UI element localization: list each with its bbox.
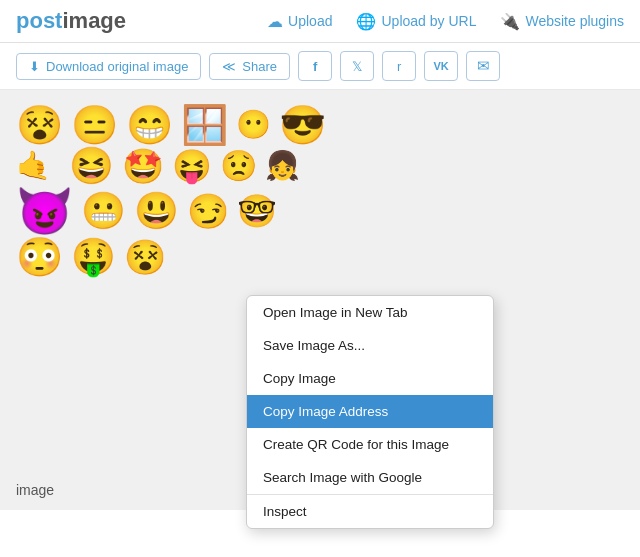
twitter-icon: 𝕏 xyxy=(352,59,362,74)
context-menu-search-google[interactable]: Search Image with Google xyxy=(247,461,493,494)
nav-upload-by-url[interactable]: 🌐 Upload by URL xyxy=(356,12,476,31)
share-icon: ≪ xyxy=(222,59,236,74)
nav-upload[interactable]: ☁ Upload xyxy=(267,12,332,31)
share-label: Share xyxy=(242,59,277,74)
emoji-10: 😝 xyxy=(172,150,212,182)
context-menu: Open Image in New Tab Save Image As... C… xyxy=(246,295,494,529)
facebook-button[interactable]: f xyxy=(298,51,332,81)
emoji-1: 😵 xyxy=(16,106,63,144)
context-menu-copy-image[interactable]: Copy Image xyxy=(247,362,493,395)
emoji-row-1: 😵 😑 😁 🪟 😶 😎 xyxy=(16,106,624,144)
main-area: 😵 😑 😁 🪟 😶 😎 🤙 😆 🤩 😝 😟 👧 😈 😬 😃 😏 🤓 😳 🤑 xyxy=(0,90,640,510)
logo-image: image xyxy=(62,8,126,33)
emoji-12: 😬 xyxy=(81,193,126,229)
context-menu-save-as[interactable]: Save Image As... xyxy=(247,329,493,362)
image-label: image xyxy=(16,482,54,498)
emoji-2: 😑 xyxy=(71,106,118,144)
emoji-7: 🤙 xyxy=(16,152,51,180)
emoji-8: 😆 xyxy=(69,148,114,184)
twitter-button[interactable]: 𝕏 xyxy=(340,51,374,81)
emoji-row-2: 🤙 😆 🤩 😝 😟 👧 xyxy=(16,148,624,184)
emoji-14: 😏 xyxy=(187,194,229,228)
emoji-4: 🪟 xyxy=(181,106,228,144)
emoji-11: 😟 xyxy=(220,151,257,181)
reddit-icon: r xyxy=(397,59,401,74)
context-menu-copy-image-address[interactable]: Copy Image Address xyxy=(247,395,493,428)
vk-button[interactable]: VK xyxy=(424,51,458,81)
reddit-button[interactable]: r xyxy=(382,51,416,81)
logo-post: post xyxy=(16,8,62,33)
download-label: Download original image xyxy=(46,59,188,74)
emoji-18: 😵 xyxy=(124,240,166,274)
header: postimage ☁ Upload 🌐 Upload by URL 🔌 Web… xyxy=(0,0,640,43)
context-menu-create-qr[interactable]: Create QR Code for this Image xyxy=(247,428,493,461)
emoji-16: 😳 xyxy=(16,238,63,276)
globe-icon: 🌐 xyxy=(356,12,376,31)
puzzle-icon: 🔌 xyxy=(500,12,520,31)
nav-upload-url-label: Upload by URL xyxy=(381,13,476,29)
nav-upload-label: Upload xyxy=(288,13,332,29)
download-icon: ⬇ xyxy=(29,59,40,74)
emoji-row-3: 😈 😬 😃 😏 🤓 xyxy=(16,188,624,234)
emoji-5: 😶 xyxy=(236,111,271,139)
upload-icon: ☁ xyxy=(267,12,283,31)
emoji-devil: 😈 xyxy=(16,188,73,234)
emoji-grid: 😵 😑 😁 🪟 😶 😎 🤙 😆 🤩 😝 😟 👧 😈 😬 😃 😏 🤓 😳 🤑 xyxy=(16,106,624,276)
context-menu-open-new-tab[interactable]: Open Image in New Tab xyxy=(247,296,493,329)
emoji-6: 😎 xyxy=(279,106,326,144)
download-button[interactable]: ⬇ Download original image xyxy=(16,53,201,80)
logo: postimage xyxy=(16,8,126,34)
email-icon: ✉ xyxy=(477,57,490,75)
emoji-row-4: 😳 🤑 😵 xyxy=(16,238,624,276)
nav-plugins-label: Website plugins xyxy=(525,13,624,29)
emoji-3: 😁 xyxy=(126,106,173,144)
emoji-9: 🤩 xyxy=(122,149,164,183)
vk-icon: VK xyxy=(433,60,448,72)
email-button[interactable]: ✉ xyxy=(466,51,500,81)
emoji-girl: 👧 xyxy=(265,152,300,180)
toolbar: ⬇ Download original image ≪ Share f 𝕏 r … xyxy=(0,43,640,90)
context-menu-inspect[interactable]: Inspect xyxy=(247,495,493,528)
emoji-17: 🤑 xyxy=(71,239,116,275)
emoji-15: 🤓 xyxy=(237,195,277,227)
emoji-13: 😃 xyxy=(134,193,179,229)
share-button[interactable]: ≪ Share xyxy=(209,53,290,80)
facebook-icon: f xyxy=(313,59,317,74)
nav-website-plugins[interactable]: 🔌 Website plugins xyxy=(500,12,624,31)
